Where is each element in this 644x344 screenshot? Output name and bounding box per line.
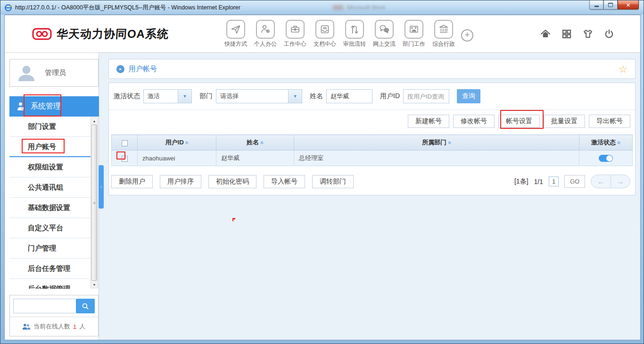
sidebar-item-basic-data-settings[interactable]: 基础数据设置 — [9, 198, 91, 218]
status-select-value: 激活 — [144, 90, 178, 103]
favorite-star-icon[interactable]: ☆ — [619, 64, 627, 74]
user-card: 管理员 — [9, 59, 99, 87]
sidebar-item-background-task-management[interactable]: 后台任务管理 — [9, 259, 91, 279]
table-header-row: 用户ID≡ 姓名≡ 所属部门≡ 激活状态≡ — [112, 135, 633, 151]
batch-settings-button[interactable]: 批量设置 — [544, 115, 585, 128]
sort-icon[interactable]: ≡ — [260, 140, 263, 145]
sidebar: 管理员 系统管理 部门设置 用户账号 权限组设置 公共通讯组 基础数据设置 自定… — [5, 53, 99, 340]
sidebar-item-public-contact-groups[interactable]: 公共通讯组 — [9, 177, 91, 198]
dept-select[interactable]: 请选择 ▼ — [216, 89, 302, 103]
close-button[interactable]: × — [618, 0, 639, 9]
row-checkbox[interactable]: ✓ — [122, 156, 128, 162]
sidebar-item-custom-platform[interactable]: 自定义平台 — [9, 218, 91, 238]
titlebar: http://127.0.0.1/ - OA8000平台版_FPLMYSQL5-… — [0, 0, 644, 15]
name-filter-label: 姓名 — [310, 92, 323, 101]
sidebar-item-background-data-management[interactable]: 后台数据管理 — [9, 279, 91, 289]
toggle-knob — [606, 155, 612, 161]
uturn-arrows-icon — [345, 20, 364, 39]
column-header-user-id[interactable]: 用户ID≡ — [138, 135, 216, 151]
previous-page-icon[interactable]: ← — [591, 175, 611, 188]
scroll-down-icon[interactable]: ▼ — [91, 281, 98, 288]
minimize-icon — [594, 6, 599, 7]
user-sort-button[interactable]: 用户排序 — [160, 175, 201, 188]
nav-item-document-center[interactable]: 文档中心 — [314, 20, 336, 48]
nav-item-department-work[interactable]: 部门工作 — [403, 20, 425, 48]
query-button[interactable]: 查询 — [457, 89, 480, 103]
go-button[interactable]: GO — [564, 175, 585, 188]
sidebar-item-user-accounts[interactable]: 用户账号 — [9, 137, 91, 157]
power-icon[interactable] — [603, 28, 615, 40]
sidebar-item-portal-management[interactable]: 门户管理 — [9, 238, 91, 259]
active-toggle[interactable] — [599, 155, 613, 162]
logo-icon — [32, 27, 52, 41]
account-settings-button[interactable]: 帐号设置 — [498, 115, 540, 128]
nav-item-work-center[interactable]: 工作中心 — [284, 20, 306, 48]
nav-item-administration[interactable]: 综合行政 — [432, 20, 455, 48]
sidebar-section-system-management[interactable]: 系统管理 — [9, 96, 99, 117]
document-tray-icon — [315, 20, 334, 39]
reset-password-button[interactable]: 初始化密码 — [208, 175, 256, 188]
add-module-button[interactable]: + — [461, 29, 473, 42]
sidebar-search-button[interactable] — [76, 299, 95, 313]
person-icon — [256, 20, 275, 39]
window-controls: × — [589, 0, 639, 9]
breadcrumb-arrow-icon: ▸ — [116, 65, 124, 73]
theme-shirt-icon[interactable] — [582, 28, 594, 40]
column-header-active-status[interactable]: 激活状态≡ — [579, 135, 633, 151]
maximize-button[interactable] — [603, 0, 618, 9]
grid-icon[interactable] — [561, 28, 572, 40]
home-icon[interactable] — [540, 28, 551, 40]
export-account-button[interactable]: 导出帐号 — [589, 115, 630, 128]
select-all-checkbox[interactable] — [122, 140, 128, 146]
import-account-button[interactable]: 导入帐号 — [264, 175, 305, 188]
nav-item-personal-office[interactable]: 个人办公 — [254, 20, 277, 48]
chevron-down-icon[interactable]: ▼ — [288, 90, 302, 103]
bank-icon — [434, 20, 453, 39]
chevron-down-icon[interactable]: ▼ — [178, 90, 191, 103]
page-number-input[interactable] — [549, 176, 559, 186]
delete-user-button[interactable]: 删除用户 — [111, 175, 153, 188]
next-page-icon[interactable]: → — [611, 175, 630, 188]
sidebar-scrollbar[interactable]: ▲ ≡ ▼ — [91, 117, 98, 288]
userid-filter-input[interactable] — [403, 89, 449, 103]
nav-item-online-chat[interactable]: 网上交流 — [373, 20, 396, 48]
table-row: ✓ zhaohuawei 赵华威 总经理室 — [112, 151, 633, 166]
user-table: 用户ID≡ 姓名≡ 所属部门≡ 激活状态≡ ✓ zhaohuawei 赵华威 总… — [111, 134, 633, 166]
chat-bubbles-icon — [375, 20, 394, 39]
action-button-bar: 新建帐号 修改帐号 帐号设置 批量设置 导出帐号 — [109, 110, 635, 133]
column-header-name[interactable]: 姓名≡ — [216, 135, 294, 151]
nav-item-shortcuts[interactable]: 快捷方式 — [224, 20, 247, 48]
section-title: 系统管理 — [31, 101, 61, 111]
scroll-up-icon[interactable]: ▲ — [91, 117, 98, 124]
sidebar-item-department-settings[interactable]: 部门设置 — [9, 117, 91, 137]
minimize-button[interactable] — [589, 0, 603, 9]
page-arrows: ← → — [591, 175, 630, 188]
window-title: http://127.0.0.1/ - OA8000平台版_FPLMYSQL5-… — [15, 4, 240, 12]
dept-select-value: 请选择 — [216, 90, 288, 103]
nav-item-approval-flow[interactable]: 审批流转 — [343, 20, 366, 48]
browser-window: http://127.0.0.1/ - OA8000平台版_FPLMYSQL5-… — [0, 0, 644, 344]
sort-icon[interactable]: ≡ — [448, 140, 451, 145]
ie-icon — [4, 4, 12, 12]
sort-icon[interactable]: ≡ — [185, 140, 188, 145]
paper-plane-icon — [226, 20, 245, 39]
cell-department: 总经理室 — [294, 151, 579, 166]
sidebar-collapse-handle[interactable]: ‹ — [99, 165, 104, 209]
online-users-icon — [22, 323, 31, 330]
sidebar-search-input[interactable] — [13, 299, 76, 313]
column-header-department[interactable]: 所属部门≡ — [294, 135, 579, 151]
main-content: ▸ 用户帐号 ☆ 激活状态 激活 ▼ 部门 请选择 ▼ — [99, 53, 640, 340]
briefcase-icon — [286, 20, 305, 39]
online-count: 1 — [73, 323, 76, 330]
status-select[interactable]: 激活 ▼ — [143, 89, 192, 103]
transfer-department-button[interactable]: 调转部门 — [312, 175, 354, 188]
new-account-button[interactable]: 新建帐号 — [408, 115, 449, 128]
filter-bar: 激活状态 激活 ▼ 部门 请选择 ▼ 姓名 用户ID — [109, 83, 635, 109]
modify-account-button[interactable]: 修改帐号 — [453, 115, 495, 128]
name-filter-input[interactable] — [326, 89, 372, 103]
department-board-icon — [405, 20, 423, 39]
sort-icon[interactable]: ≡ — [617, 140, 620, 145]
sidebar-item-permission-groups[interactable]: 权限组设置 — [9, 157, 91, 177]
scrollbar-thumb[interactable]: ≡ — [91, 125, 97, 281]
breadcrumb: ▸ 用户帐号 ☆ — [108, 59, 636, 79]
